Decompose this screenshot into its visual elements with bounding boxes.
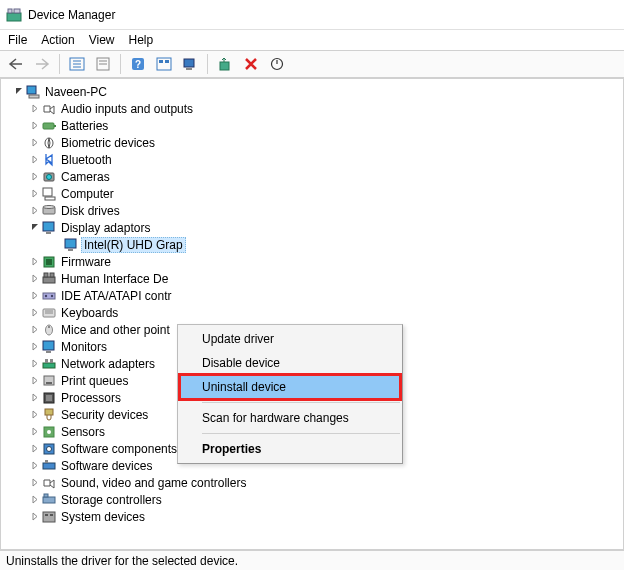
device-category-icon (41, 373, 57, 389)
device-category-icon (41, 305, 57, 321)
context-menu-separator (202, 433, 400, 434)
menu-help[interactable]: Help (129, 33, 154, 47)
context-menu-item[interactable]: Properties (180, 437, 400, 461)
tree-category[interactable]: Bluetooth (7, 151, 623, 168)
device-category-icon (63, 237, 79, 253)
device-category-icon (41, 475, 57, 491)
update-driver-button[interactable] (213, 53, 237, 75)
tree-category[interactable]: Display adaptors (7, 219, 623, 236)
tree-item-label: Human Interface De (61, 272, 168, 286)
expand-arrow-icon[interactable] (29, 155, 41, 164)
tree-item-label: System devices (61, 510, 145, 524)
tree-item-label: Computer (61, 187, 114, 201)
tree-item-label: Security devices (61, 408, 148, 422)
expand-arrow-icon[interactable] (29, 325, 41, 334)
expand-arrow-icon[interactable] (29, 444, 41, 453)
svg-rect-63 (43, 497, 55, 503)
menu-file[interactable]: File (8, 33, 27, 47)
tree-item-label: Monitors (61, 340, 107, 354)
svg-point-58 (47, 430, 51, 434)
tree-category[interactable]: Firmware (7, 253, 623, 270)
properties-button[interactable] (91, 53, 115, 75)
menu-action[interactable]: Action (41, 33, 74, 47)
svg-rect-33 (68, 249, 73, 251)
tree-category[interactable]: Cameras (7, 168, 623, 185)
tree-item-label: Keyboards (61, 306, 118, 320)
expand-arrow-icon[interactable] (29, 291, 41, 300)
device-category-icon (41, 322, 57, 338)
toolbar-separator (120, 54, 121, 74)
expand-arrow-icon[interactable] (29, 478, 41, 487)
svg-rect-12 (157, 58, 171, 70)
collapse-arrow-icon[interactable] (13, 87, 25, 96)
action-button[interactable] (152, 53, 176, 75)
tree-device[interactable]: Intel(R) UHD Grap (7, 236, 623, 253)
context-menu-item[interactable]: Uninstall device (180, 375, 400, 399)
expand-arrow-icon[interactable] (29, 206, 41, 215)
menu-view[interactable]: View (89, 33, 115, 47)
context-menu-separator (202, 402, 400, 403)
device-category-icon (41, 203, 57, 219)
tree-item-label: Batteries (61, 119, 108, 133)
svg-rect-14 (165, 60, 169, 63)
tree-root[interactable]: Naveen-PC (7, 83, 623, 100)
svg-text:?: ? (135, 59, 141, 70)
uninstall-button[interactable] (239, 53, 263, 75)
help-button[interactable]: ? (126, 53, 150, 75)
context-menu-item[interactable]: Disable device (180, 351, 400, 375)
svg-rect-67 (50, 514, 53, 516)
device-category-icon (41, 441, 57, 457)
expand-arrow-icon[interactable] (29, 172, 41, 181)
svg-rect-39 (43, 293, 55, 299)
expand-arrow-icon[interactable] (29, 495, 41, 504)
tree-category[interactable]: IDE ATA/ATAPI contr (7, 287, 623, 304)
tree-item-label: Storage controllers (61, 493, 162, 507)
back-button[interactable] (4, 53, 28, 75)
svg-rect-1 (8, 9, 12, 13)
forward-button[interactable] (30, 53, 54, 75)
tree-category[interactable]: Keyboards (7, 304, 623, 321)
disable-button[interactable] (265, 53, 289, 75)
window-title: Device Manager (28, 8, 115, 22)
tree-item-label: Mice and other point (61, 323, 170, 337)
tree-item-label: Print queues (61, 374, 128, 388)
svg-rect-32 (65, 239, 76, 248)
expand-arrow-icon[interactable] (29, 512, 41, 521)
expand-arrow-icon[interactable] (29, 461, 41, 470)
svg-rect-62 (45, 460, 48, 463)
expand-arrow-icon[interactable] (29, 427, 41, 436)
expand-arrow-icon[interactable] (29, 121, 41, 130)
expand-arrow-icon[interactable] (29, 274, 41, 283)
svg-rect-15 (184, 59, 194, 67)
context-menu-item[interactable]: Update driver (180, 327, 400, 351)
svg-point-41 (51, 294, 53, 296)
show-hide-tree-button[interactable] (65, 53, 89, 75)
expand-arrow-icon[interactable] (29, 308, 41, 317)
expand-arrow-icon[interactable] (29, 393, 41, 402)
tree-category[interactable]: Computer (7, 185, 623, 202)
expand-arrow-icon[interactable] (29, 359, 41, 368)
svg-rect-31 (46, 232, 51, 234)
tree-category[interactable]: System devices (7, 508, 623, 525)
tree-item-label: Display adaptors (61, 221, 150, 235)
collapse-arrow-icon[interactable] (29, 223, 41, 232)
tree-category[interactable]: Disk drives (7, 202, 623, 219)
scan-hardware-button[interactable] (178, 53, 202, 75)
tree-category[interactable]: Batteries (7, 117, 623, 134)
expand-arrow-icon[interactable] (29, 410, 41, 419)
expand-arrow-icon[interactable] (29, 342, 41, 351)
tree-category[interactable]: Storage controllers (7, 491, 623, 508)
expand-arrow-icon[interactable] (29, 257, 41, 266)
tree-item-label: Network adapters (61, 357, 155, 371)
tree-category[interactable]: Sound, video and game controllers (7, 474, 623, 491)
expand-arrow-icon[interactable] (29, 189, 41, 198)
tree-category[interactable]: Audio inputs and outputs (7, 100, 623, 117)
device-category-icon (41, 424, 57, 440)
tree-category[interactable]: Biometric devices (7, 134, 623, 151)
context-menu-item[interactable]: Scan for hardware changes (180, 406, 400, 430)
expand-arrow-icon[interactable] (29, 138, 41, 147)
app-icon (6, 7, 22, 23)
expand-arrow-icon[interactable] (29, 376, 41, 385)
tree-category[interactable]: Human Interface De (7, 270, 623, 287)
expand-arrow-icon[interactable] (29, 104, 41, 113)
